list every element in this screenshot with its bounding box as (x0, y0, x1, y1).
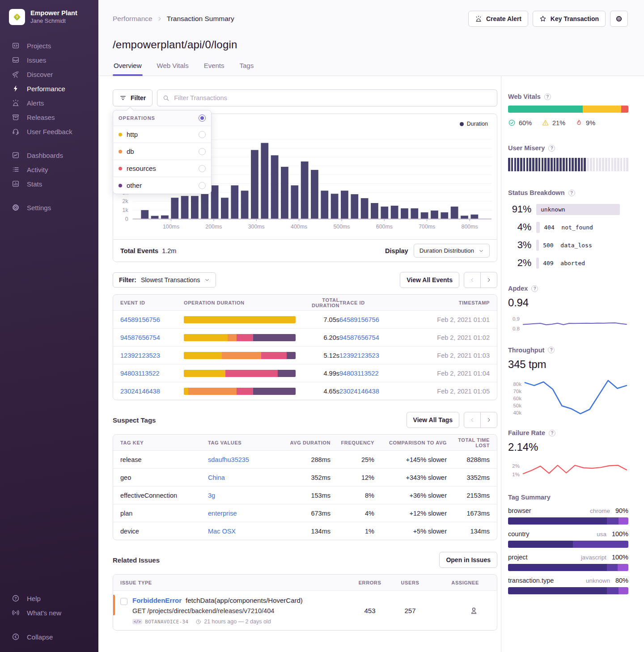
summary-sidebar: Web Vitals ? 60% 21% 9% User Misery ? (501, 76, 644, 652)
help-icon: ? (12, 594, 20, 602)
tag-key: plan (120, 510, 208, 517)
help-question-icon[interactable]: ? (549, 430, 555, 436)
issue-type-link[interactable]: ForbiddenError (132, 597, 182, 604)
tag-value-link[interactable]: Mac OSX (208, 528, 236, 535)
sidebar-item-stats[interactable]: Stats (0, 177, 98, 191)
open-in-issues-button[interactable]: Open in Issues (439, 552, 497, 568)
operation-radio[interactable] (199, 131, 206, 138)
tab-events[interactable]: Events (203, 62, 225, 76)
sidebar-item-help[interactable]: ?Help (0, 591, 98, 605)
sidebar-item-discover[interactable]: Discover (0, 67, 98, 81)
org-switcher[interactable]: Empower Plant Jane Schmidt (0, 0, 98, 38)
search-input[interactable] (174, 94, 491, 102)
trace-id-link[interactable]: 12392123523 (339, 352, 379, 359)
comparison: +5% slower (374, 528, 447, 535)
event-timestamp: Feb 2, 2021 01:02 (407, 334, 490, 341)
sidebar-item-what-s-new[interactable]: What's new (0, 605, 98, 620)
help-question-icon[interactable]: ? (568, 190, 575, 196)
column-header: TOTAL TIME LOST (447, 437, 490, 448)
event-id-link[interactable]: 12392123523 (120, 352, 160, 359)
event-id-link[interactable]: 94587656754 (120, 334, 160, 341)
throughput-chart: 80k70k60k50k40k (508, 375, 628, 420)
status-bar (536, 240, 539, 251)
key-transaction-button[interactable]: Key Transaction (533, 11, 606, 27)
column-header: EVENT ID (120, 300, 184, 305)
tag-value-link[interactable]: enterprise (208, 510, 237, 517)
events-prev-button[interactable] (464, 272, 481, 288)
events-next-button[interactable] (480, 272, 497, 288)
sidebar-item-settings[interactable]: Settings (0, 200, 98, 215)
sidebar-item-user-feedback[interactable]: User Feedback (0, 124, 98, 139)
breadcrumb-performance[interactable]: Performance (113, 15, 153, 23)
tab-tags[interactable]: Tags (239, 62, 255, 76)
sidebar-collapse[interactable]: Collapse (0, 630, 98, 644)
issue-checkbox[interactable] (120, 598, 127, 605)
vitals-segment (621, 106, 628, 113)
comparison: +343% slower (374, 474, 447, 481)
sidebar-item-issues[interactable]: Issues (0, 53, 98, 67)
tags-next-button[interactable] (480, 412, 497, 428)
operations-all-radio[interactable] (199, 114, 206, 122)
operation-radio[interactable] (199, 182, 206, 189)
tags-prev-button[interactable] (464, 412, 481, 428)
sidebar-item-alerts[interactable]: Alerts (0, 96, 98, 110)
tag-summary-key: browser (508, 507, 590, 514)
operation-option-other[interactable]: other (113, 177, 211, 194)
settings-gear-button[interactable] (610, 11, 628, 27)
tab-web-vitals[interactable]: Web Vitals (156, 62, 190, 76)
operation-option-db[interactable]: db (113, 143, 211, 160)
sidebar-item-releases[interactable]: Releases (0, 110, 98, 124)
sidebar-item-projects[interactable]: Projects (0, 38, 98, 53)
related-issues-table: ISSUE TYPEERRORSUSERSASSIGNEE ForbiddenE… (113, 574, 497, 631)
view-all-events-button[interactable]: View All Events (400, 272, 459, 288)
trace-id-link[interactable]: 94803113522 (339, 370, 379, 377)
trace-id-link[interactable]: 64589156756 (339, 316, 379, 323)
issue-assignee[interactable] (432, 606, 490, 615)
tag-value-link[interactable]: sdaufhu35235 (208, 456, 249, 463)
event-id-link[interactable]: 64589156756 (120, 316, 160, 323)
issues-icon (12, 56, 20, 64)
suspect-tags-table: TAG KEYTAG VALUESAVG DURATIONFREQUENCYCO… (113, 434, 497, 540)
operation-color-dot (119, 167, 122, 170)
operation-radio[interactable] (199, 148, 206, 155)
tab-overview[interactable]: Overview (113, 62, 143, 76)
empower-plant-logo-icon (12, 12, 22, 22)
tag-summary-row: transaction.typeunknown80% (508, 577, 628, 594)
help-question-icon[interactable]: ? (544, 93, 551, 100)
sidebar-item-dashboards[interactable]: Dashboards (0, 148, 98, 162)
sidebar-item-performance[interactable]: Performance (0, 81, 98, 96)
issue-row: ForbiddenError fetchData(app/components/… (113, 590, 497, 630)
filter-button[interactable]: Filter (113, 89, 153, 106)
status-row: 4%404 not_found (508, 221, 628, 233)
misery-tick (559, 158, 562, 171)
svg-text:0: 0 (125, 216, 128, 222)
event-id-link[interactable]: 94803113522 (120, 370, 160, 377)
operation-option-http[interactable]: http (113, 126, 211, 143)
operation-radio[interactable] (199, 165, 206, 172)
trace-id-link[interactable]: 23024146438 (339, 388, 379, 395)
status-bar (536, 258, 539, 269)
help-question-icon[interactable]: ? (531, 285, 538, 292)
trace-id-link[interactable]: 94587656754 (339, 334, 379, 341)
column-header: TRACE ID (339, 300, 407, 305)
misery-tick (620, 158, 623, 171)
event-id-link[interactable]: 23024146438 (120, 388, 160, 395)
sidebar-item-activity[interactable]: Activity (0, 162, 98, 177)
operation-option-resources[interactable]: resources (113, 160, 211, 177)
help-question-icon[interactable]: ? (548, 347, 555, 353)
events-filter-select[interactable]: Filter: Slowest Transactions (113, 272, 216, 288)
operations-dropdown-header[interactable]: OPERATIONS (113, 110, 211, 126)
user-misery-bar (508, 158, 628, 171)
tag-value-link[interactable]: China (208, 474, 225, 481)
tag-value-link[interactable]: 3g (208, 492, 215, 499)
column-header: TAG VALUES (208, 440, 276, 445)
create-alert-button[interactable]: Create Alert (468, 11, 528, 27)
total-duration: 5.12s (301, 352, 339, 359)
display-select[interactable]: Duration Distribution (414, 244, 490, 258)
view-all-tags-button[interactable]: View All Tags (407, 412, 459, 428)
failure-rate-sparkline: 2%1% (508, 458, 628, 480)
column-header: ERRORS (351, 580, 389, 585)
column-header: COMPARISON TO AVG (374, 440, 447, 445)
stats-icon (12, 180, 20, 188)
help-question-icon[interactable]: ? (548, 145, 555, 152)
